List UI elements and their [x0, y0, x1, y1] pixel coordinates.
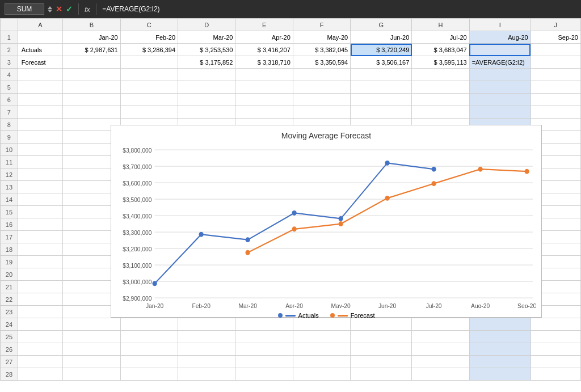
- cell-a3[interactable]: Forecast: [18, 56, 62, 69]
- svg-text:Jun-20: Jun-20: [378, 302, 396, 308]
- cell-g1[interactable]: Jun-20: [351, 31, 412, 44]
- row-header-18[interactable]: 18: [1, 243, 18, 256]
- formula-bar: ✕ ✓ fx: [0, 0, 581, 18]
- cell-j2[interactable]: [531, 44, 580, 56]
- row-header-9[interactable]: 9: [1, 131, 18, 144]
- row-header-28[interactable]: 28: [1, 368, 18, 381]
- cell-g3[interactable]: $ 3,506,167: [351, 56, 412, 69]
- row-header-12[interactable]: 12: [1, 168, 18, 181]
- cell-d3[interactable]: $ 3,175,852: [178, 56, 235, 69]
- row-header-13[interactable]: 13: [1, 181, 18, 193]
- insert-function-button[interactable]: fx: [85, 5, 90, 14]
- cell-f3[interactable]: $ 3,350,594: [293, 56, 350, 69]
- row-header-19[interactable]: 19: [1, 256, 18, 268]
- forecast-line: [248, 169, 527, 252]
- cell-h3[interactable]: $ 3,595,113: [412, 56, 469, 69]
- cell-j3[interactable]: [531, 56, 580, 69]
- cell-f1[interactable]: May-20: [293, 31, 350, 44]
- row-header-21[interactable]: 21: [1, 281, 18, 293]
- row-header-20[interactable]: 20: [1, 268, 18, 281]
- col-header-j[interactable]: J: [531, 19, 580, 31]
- cell-f2[interactable]: $ 3,382,045: [293, 44, 350, 56]
- row-header-1[interactable]: 1: [1, 31, 18, 44]
- row-header-26[interactable]: 26: [1, 343, 18, 356]
- table-row: 5: [1, 81, 581, 94]
- actuals-legend-icon: [278, 313, 283, 318]
- table-row: 27: [1, 356, 581, 368]
- chart-container[interactable]: Moving Average Forecast $3,800,000 $3,70…: [111, 125, 542, 318]
- cell-a2[interactable]: Actuals: [18, 44, 62, 56]
- cell-j1[interactable]: Sep-20: [531, 31, 580, 44]
- cell-i3[interactable]: =AVERAGE(G2:I2): [469, 56, 531, 69]
- legend-forecast: Forecast: [330, 312, 375, 319]
- row-header-8[interactable]: 8: [1, 119, 18, 131]
- row-header-24[interactable]: 24: [1, 318, 18, 331]
- col-header-f[interactable]: F: [293, 19, 350, 31]
- col-header-e[interactable]: E: [235, 19, 293, 31]
- col-header-i[interactable]: I: [469, 19, 531, 31]
- col-header-a[interactable]: A: [18, 19, 62, 31]
- cell-a5[interactable]: [18, 81, 62, 94]
- legend-actuals: Actuals: [278, 312, 319, 319]
- col-header-b[interactable]: B: [63, 19, 120, 31]
- cell-g2[interactable]: $ 3,720,249: [351, 44, 412, 56]
- row-header-10[interactable]: 10: [1, 144, 18, 156]
- row-header-4[interactable]: 4: [1, 69, 18, 81]
- row-header-16[interactable]: 16: [1, 218, 18, 231]
- cell-i1[interactable]: Aug-20: [469, 31, 531, 44]
- cell-b1[interactable]: Jan-20: [63, 31, 120, 44]
- table-row: 28: [1, 368, 581, 381]
- row-header-25[interactable]: 25: [1, 331, 18, 343]
- row-header-11[interactable]: 11: [1, 156, 18, 168]
- cell-e3[interactable]: $ 3,318,710: [235, 56, 293, 69]
- svg-text:Apr-20: Apr-20: [285, 302, 303, 308]
- row-header-14[interactable]: 14: [1, 193, 18, 206]
- forecast-dot: [292, 226, 297, 231]
- formula-input[interactable]: [102, 5, 576, 13]
- cell-b3[interactable]: [63, 56, 120, 69]
- row-header-5[interactable]: 5: [1, 81, 18, 94]
- row-header-22[interactable]: 22: [1, 293, 18, 306]
- cell-h1[interactable]: Jul-20: [412, 31, 469, 44]
- col-header-c[interactable]: C: [120, 19, 178, 31]
- table-row: 4: [1, 69, 581, 81]
- row-header-23[interactable]: 23: [1, 306, 18, 318]
- forecast-dot: [525, 169, 529, 174]
- cell-e1[interactable]: Apr-20: [235, 31, 293, 44]
- confirm-formula-button[interactable]: ✓: [66, 5, 73, 14]
- cell-nav-arrows[interactable]: [48, 6, 52, 12]
- row-header-17[interactable]: 17: [1, 231, 18, 243]
- cell-c1[interactable]: Feb-20: [120, 31, 178, 44]
- cell-b2[interactable]: $ 2,987,631: [63, 44, 120, 56]
- row-header-3[interactable]: 3: [1, 56, 18, 69]
- col-header-d[interactable]: D: [178, 19, 235, 31]
- cell-c2[interactable]: $ 3,286,394: [120, 44, 178, 56]
- cancel-formula-button[interactable]: ✕: [56, 5, 62, 14]
- cell-e2[interactable]: $ 3,416,207: [235, 44, 293, 56]
- row-header-7[interactable]: 7: [1, 106, 18, 119]
- actuals-dot: [246, 237, 250, 242]
- cell-a4[interactable]: [18, 69, 62, 81]
- svg-text:Mar-20: Mar-20: [238, 302, 256, 308]
- svg-text:Jan-20: Jan-20: [146, 302, 163, 308]
- row-header-27[interactable]: 27: [1, 356, 18, 368]
- row-header-2[interactable]: 2: [1, 44, 18, 56]
- cell-d1[interactable]: Mar-20: [178, 31, 235, 44]
- table-row: 1 Jan-20 Feb-20 Mar-20 Apr-20 May-20 Jun…: [1, 31, 581, 44]
- name-box[interactable]: [5, 3, 44, 15]
- row-header-15[interactable]: 15: [1, 206, 18, 218]
- table-row: 24: [1, 318, 581, 331]
- forecast-legend-label: Forecast: [351, 312, 375, 319]
- col-header-h[interactable]: H: [412, 19, 469, 31]
- cell-d2[interactable]: $ 3,253,530: [178, 44, 235, 56]
- row-header-6[interactable]: 6: [1, 94, 18, 106]
- cell-a1[interactable]: [18, 31, 62, 44]
- col-header-g[interactable]: G: [351, 19, 412, 31]
- cell-c3[interactable]: [120, 56, 178, 69]
- forecast-dot: [246, 250, 250, 255]
- cell-i2[interactable]: [469, 44, 531, 56]
- cell-h2[interactable]: $ 3,683,047: [412, 44, 469, 56]
- svg-text:Sep-20: Sep-20: [517, 302, 536, 308]
- spreadsheet: A B C D E F G H I J 1 Jan-20 Feb-20 Mar-…: [0, 18, 581, 381]
- table-row: 2 Actuals $ 2,987,631 $ 3,286,394 $ 3,25…: [1, 44, 581, 56]
